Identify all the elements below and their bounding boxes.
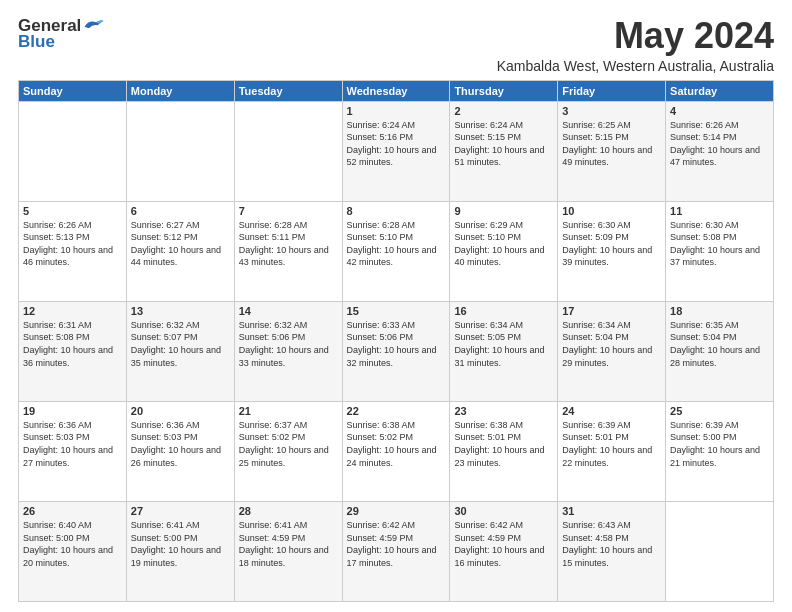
day-info: Sunrise: 6:25 AM Sunset: 5:15 PM Dayligh… [562,119,661,169]
day-number: 23 [454,405,553,417]
calendar-week-row: 1Sunrise: 6:24 AM Sunset: 5:16 PM Daylig… [19,101,774,201]
day-number: 14 [239,305,338,317]
day-number: 28 [239,505,338,517]
table-row: 26Sunrise: 6:40 AM Sunset: 5:00 PM Dayli… [19,501,127,601]
day-number: 31 [562,505,661,517]
day-number: 6 [131,205,230,217]
table-row: 11Sunrise: 6:30 AM Sunset: 5:08 PM Dayli… [666,201,774,301]
table-row: 20Sunrise: 6:36 AM Sunset: 5:03 PM Dayli… [126,401,234,501]
col-wednesday: Wednesday [342,80,450,101]
table-row: 10Sunrise: 6:30 AM Sunset: 5:09 PM Dayli… [558,201,666,301]
day-number: 1 [347,105,446,117]
day-info: Sunrise: 6:26 AM Sunset: 5:14 PM Dayligh… [670,119,769,169]
table-row: 29Sunrise: 6:42 AM Sunset: 4:59 PM Dayli… [342,501,450,601]
table-row: 13Sunrise: 6:32 AM Sunset: 5:07 PM Dayli… [126,301,234,401]
day-number: 22 [347,405,446,417]
day-number: 26 [23,505,122,517]
table-row [19,101,127,201]
table-row: 2Sunrise: 6:24 AM Sunset: 5:15 PM Daylig… [450,101,558,201]
table-row: 30Sunrise: 6:42 AM Sunset: 4:59 PM Dayli… [450,501,558,601]
table-row: 12Sunrise: 6:31 AM Sunset: 5:08 PM Dayli… [19,301,127,401]
day-info: Sunrise: 6:41 AM Sunset: 5:00 PM Dayligh… [131,519,230,569]
day-info: Sunrise: 6:24 AM Sunset: 5:16 PM Dayligh… [347,119,446,169]
day-number: 21 [239,405,338,417]
col-monday: Monday [126,80,234,101]
table-row: 25Sunrise: 6:39 AM Sunset: 5:00 PM Dayli… [666,401,774,501]
day-number: 19 [23,405,122,417]
day-info: Sunrise: 6:38 AM Sunset: 5:01 PM Dayligh… [454,419,553,469]
day-info: Sunrise: 6:43 AM Sunset: 4:58 PM Dayligh… [562,519,661,569]
day-number: 15 [347,305,446,317]
day-number: 24 [562,405,661,417]
day-info: Sunrise: 6:28 AM Sunset: 5:10 PM Dayligh… [347,219,446,269]
day-info: Sunrise: 6:26 AM Sunset: 5:13 PM Dayligh… [23,219,122,269]
table-row [234,101,342,201]
table-row: 4Sunrise: 6:26 AM Sunset: 5:14 PM Daylig… [666,101,774,201]
day-info: Sunrise: 6:36 AM Sunset: 5:03 PM Dayligh… [131,419,230,469]
day-number: 9 [454,205,553,217]
table-row: 28Sunrise: 6:41 AM Sunset: 4:59 PM Dayli… [234,501,342,601]
day-number: 11 [670,205,769,217]
day-info: Sunrise: 6:32 AM Sunset: 5:07 PM Dayligh… [131,319,230,369]
calendar-week-row: 19Sunrise: 6:36 AM Sunset: 5:03 PM Dayli… [19,401,774,501]
day-info: Sunrise: 6:32 AM Sunset: 5:06 PM Dayligh… [239,319,338,369]
day-info: Sunrise: 6:27 AM Sunset: 5:12 PM Dayligh… [131,219,230,269]
day-info: Sunrise: 6:31 AM Sunset: 5:08 PM Dayligh… [23,319,122,369]
logo-bird-icon [83,17,105,35]
table-row [126,101,234,201]
day-info: Sunrise: 6:41 AM Sunset: 4:59 PM Dayligh… [239,519,338,569]
col-thursday: Thursday [450,80,558,101]
day-number: 16 [454,305,553,317]
table-row: 27Sunrise: 6:41 AM Sunset: 5:00 PM Dayli… [126,501,234,601]
day-number: 5 [23,205,122,217]
day-info: Sunrise: 6:33 AM Sunset: 5:06 PM Dayligh… [347,319,446,369]
day-info: Sunrise: 6:24 AM Sunset: 5:15 PM Dayligh… [454,119,553,169]
day-number: 2 [454,105,553,117]
day-number: 10 [562,205,661,217]
day-info: Sunrise: 6:34 AM Sunset: 5:04 PM Dayligh… [562,319,661,369]
day-info: Sunrise: 6:34 AM Sunset: 5:05 PM Dayligh… [454,319,553,369]
table-row [666,501,774,601]
logo-blue-text: Blue [18,32,55,52]
table-row: 22Sunrise: 6:38 AM Sunset: 5:02 PM Dayli… [342,401,450,501]
day-info: Sunrise: 6:35 AM Sunset: 5:04 PM Dayligh… [670,319,769,369]
day-info: Sunrise: 6:39 AM Sunset: 5:01 PM Dayligh… [562,419,661,469]
col-tuesday: Tuesday [234,80,342,101]
day-info: Sunrise: 6:36 AM Sunset: 5:03 PM Dayligh… [23,419,122,469]
month-title: May 2024 [497,16,774,56]
day-number: 12 [23,305,122,317]
calendar-week-row: 12Sunrise: 6:31 AM Sunset: 5:08 PM Dayli… [19,301,774,401]
day-info: Sunrise: 6:42 AM Sunset: 4:59 PM Dayligh… [347,519,446,569]
table-row: 6Sunrise: 6:27 AM Sunset: 5:12 PM Daylig… [126,201,234,301]
subtitle: Kambalda West, Western Australia, Austra… [497,58,774,74]
day-number: 4 [670,105,769,117]
table-row: 14Sunrise: 6:32 AM Sunset: 5:06 PM Dayli… [234,301,342,401]
calendar-header-row: Sunday Monday Tuesday Wednesday Thursday… [19,80,774,101]
table-row: 21Sunrise: 6:37 AM Sunset: 5:02 PM Dayli… [234,401,342,501]
calendar-week-row: 5Sunrise: 6:26 AM Sunset: 5:13 PM Daylig… [19,201,774,301]
table-row: 7Sunrise: 6:28 AM Sunset: 5:11 PM Daylig… [234,201,342,301]
table-row: 3Sunrise: 6:25 AM Sunset: 5:15 PM Daylig… [558,101,666,201]
title-block: May 2024 Kambalda West, Western Australi… [497,16,774,74]
table-row: 18Sunrise: 6:35 AM Sunset: 5:04 PM Dayli… [666,301,774,401]
day-info: Sunrise: 6:29 AM Sunset: 5:10 PM Dayligh… [454,219,553,269]
page: General Blue May 2024 Kambalda West, Wes… [0,0,792,612]
table-row: 1Sunrise: 6:24 AM Sunset: 5:16 PM Daylig… [342,101,450,201]
table-row: 8Sunrise: 6:28 AM Sunset: 5:10 PM Daylig… [342,201,450,301]
day-number: 29 [347,505,446,517]
table-row: 19Sunrise: 6:36 AM Sunset: 5:03 PM Dayli… [19,401,127,501]
day-number: 25 [670,405,769,417]
table-row: 23Sunrise: 6:38 AM Sunset: 5:01 PM Dayli… [450,401,558,501]
table-row: 16Sunrise: 6:34 AM Sunset: 5:05 PM Dayli… [450,301,558,401]
table-row: 31Sunrise: 6:43 AM Sunset: 4:58 PM Dayli… [558,501,666,601]
calendar-week-row: 26Sunrise: 6:40 AM Sunset: 5:00 PM Dayli… [19,501,774,601]
day-info: Sunrise: 6:30 AM Sunset: 5:08 PM Dayligh… [670,219,769,269]
table-row: 15Sunrise: 6:33 AM Sunset: 5:06 PM Dayli… [342,301,450,401]
day-number: 20 [131,405,230,417]
day-info: Sunrise: 6:28 AM Sunset: 5:11 PM Dayligh… [239,219,338,269]
day-number: 17 [562,305,661,317]
day-number: 27 [131,505,230,517]
day-number: 13 [131,305,230,317]
logo: General Blue [18,16,105,52]
day-number: 7 [239,205,338,217]
